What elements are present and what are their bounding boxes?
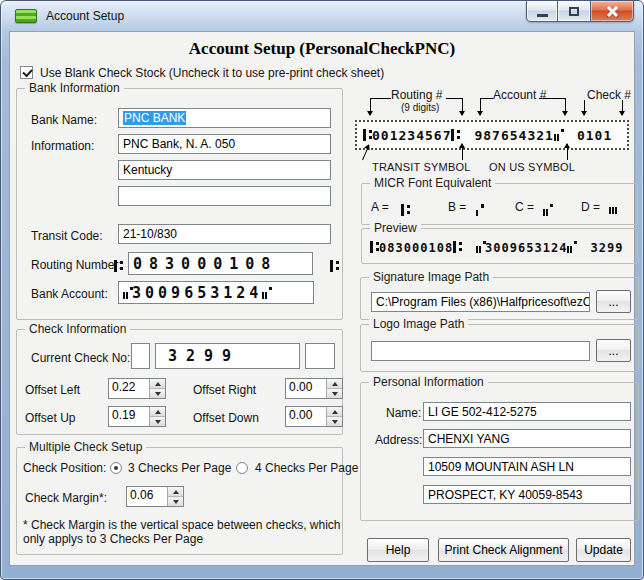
offset-up-label: Offset Up <box>25 411 75 425</box>
check-right-down-arrow <box>622 100 623 115</box>
offset-down-spinner[interactable]: 0.00 <box>285 406 343 427</box>
account-hash-label: Account # <box>493 88 546 102</box>
offset-left-label: Offset Left <box>25 383 80 397</box>
caption-buttons <box>526 1 634 22</box>
micr-c-onus-icon <box>543 200 552 219</box>
group-bank-information-label: Bank Information <box>25 81 124 96</box>
routing-bracket-left-line <box>370 98 391 99</box>
onus-symbol-label: ON US SYMBOL <box>489 161 575 173</box>
group-personal-information-label: Personal Information <box>369 375 488 390</box>
account-setup-window: Account Setup Account Setup (PersonalChe… <box>0 0 644 580</box>
routing-right-down-arrow <box>462 98 463 115</box>
update-button[interactable]: Update <box>576 538 631 562</box>
bank-name-input[interactable]: PNC BANK <box>118 108 331 128</box>
offset-down-label: Offset Down <box>193 411 259 425</box>
check-position-label: Check Position: <box>23 461 106 475</box>
address-input-2[interactable]: 10509 MOUNTAIN ASH LN <box>423 457 631 476</box>
check-no-suffix-box[interactable] <box>305 343 335 369</box>
group-multiple-check-setup-label: Multiple Check Setup <box>25 440 146 455</box>
name-input[interactable]: LI GE 502-412-5275 <box>423 402 631 421</box>
check-margin-label: Check Margin*: <box>25 491 107 505</box>
help-button[interactable]: Help <box>367 538 429 562</box>
blank-stock-checkbox[interactable] <box>20 66 33 79</box>
preview-micr-line: 08300010830096531243299 <box>370 241 623 255</box>
offset-right-value: 0.00 <box>286 379 326 398</box>
micr-d-label: D = <box>581 200 600 214</box>
check-margin-spinner[interactable]: 0.06 <box>126 486 184 507</box>
micr-b-amount-icon <box>475 200 484 219</box>
micr-a-transit-icon <box>401 200 410 219</box>
micr-c-label: C = <box>515 200 534 214</box>
bank-name-label: Bank Name: <box>31 113 97 127</box>
offset-left-spinner[interactable]: 0.22 <box>108 378 166 399</box>
logo-path-input[interactable] <box>371 341 590 361</box>
check-margin-down-button[interactable] <box>168 497 183 506</box>
logo-browse-button[interactable]: ... <box>596 339 631 362</box>
micr-d-dash-icon <box>609 200 618 219</box>
signature-browse-button[interactable]: ... <box>596 290 631 313</box>
nine-digits-label: (9 digits) <box>401 102 439 113</box>
bank-account-input[interactable]: 3009653124 <box>118 281 314 304</box>
transit-code-label: Transit Code: <box>31 229 103 243</box>
offset-down-down-button[interactable] <box>327 417 342 426</box>
offset-up-spinner[interactable]: 0.19 <box>108 406 166 427</box>
blank-stock-label: Use Blank Check Stock (Uncheck it to use… <box>40 66 384 80</box>
address-input-1[interactable]: CHENXI YANG <box>423 429 631 448</box>
radio-4-checks-label[interactable]: 4 Checks Per Page <box>255 461 358 475</box>
account-bracket-right-line <box>539 98 565 99</box>
radio-3-checks-label[interactable]: 3 Checks Per Page <box>128 461 231 475</box>
check-margin-note-line-1: * Check Margin is the vertical space bet… <box>23 518 340 532</box>
account-right-down-arrow <box>565 98 566 115</box>
micr-sample-line: 0012345679876543210101 <box>363 128 612 143</box>
current-check-no-input[interactable]: 3299 <box>155 343 300 369</box>
current-check-no-label: Current Check No: <box>31 351 130 365</box>
offset-right-down-button[interactable] <box>327 389 342 398</box>
information-label: Information: <box>31 139 94 153</box>
radio-4-checks-per-page[interactable] <box>236 462 248 474</box>
maximize-button[interactable] <box>558 1 590 22</box>
transit-symbol-left-up-arrow <box>362 145 369 160</box>
offset-left-value: 0.22 <box>109 379 149 398</box>
offset-down-up-button[interactable] <box>327 407 342 417</box>
group-logo-image-path-label: Logo Image Path <box>369 317 468 332</box>
group-logo-image-path: Logo Image Path ... <box>360 324 639 372</box>
print-check-alignment-button[interactable]: Print Check Alignment <box>438 538 569 562</box>
routing-left-down-arrow <box>370 98 371 115</box>
account-bracket-left-line <box>480 98 493 99</box>
offset-up-up-button[interactable] <box>150 407 165 417</box>
signature-path-input[interactable]: C:\Program Files (x86)\Halfpricesoft\ezC… <box>371 292 590 312</box>
offset-up-down-button[interactable] <box>150 417 165 426</box>
address-label: Address: <box>375 433 422 447</box>
group-micr-font-equivalent-label: MICR Font Equivalent <box>370 176 495 191</box>
transit-symbol-label: TRANSIT SYMBOL <box>372 161 471 173</box>
routing-number-label: Routing Number: <box>31 258 122 272</box>
routing-bracket-right-line <box>446 98 462 99</box>
app-icon <box>15 9 37 23</box>
routing-number-input[interactable]: 083000108 <box>128 252 313 275</box>
micr-b-label: B = <box>448 200 466 214</box>
group-preview-label: Preview <box>370 221 421 236</box>
information-input-2[interactable]: Kentucky <box>118 160 331 180</box>
offset-left-down-button[interactable] <box>150 389 165 398</box>
bank-name-selected-text: PNC BANK <box>123 111 186 125</box>
group-check-information: Check Information Current Check No: 3299… <box>16 329 343 435</box>
check-margin-up-button[interactable] <box>168 487 183 497</box>
offset-down-value: 0.00 <box>286 407 326 426</box>
check-no-prefix-box[interactable] <box>131 343 150 369</box>
account-left-down-arrow <box>480 98 481 115</box>
group-multiple-check-setup: Multiple Check Setup Check Position: 3 C… <box>16 447 343 555</box>
close-button[interactable] <box>590 1 634 22</box>
minimize-button[interactable] <box>526 1 558 22</box>
address-input-3[interactable]: PROSPECT, KY 40059-8543 <box>423 485 631 504</box>
window-title: Account Setup <box>46 9 124 23</box>
offset-right-up-button[interactable] <box>327 379 342 389</box>
information-input-3[interactable] <box>118 186 331 206</box>
transit-code-input[interactable]: 21-10/830 <box>118 224 331 244</box>
radio-3-checks-per-page[interactable] <box>110 462 122 474</box>
offset-right-spinner[interactable]: 0.00 <box>285 378 343 399</box>
dialog-heading: Account Setup (PersonalCheckPNC) <box>10 39 634 59</box>
routing-right-transit-icon <box>330 256 339 275</box>
information-input-1[interactable]: PNC Bank, N. A. 050 <box>118 134 331 154</box>
check-left-down-arrow <box>584 100 585 115</box>
offset-left-up-button[interactable] <box>150 379 165 389</box>
